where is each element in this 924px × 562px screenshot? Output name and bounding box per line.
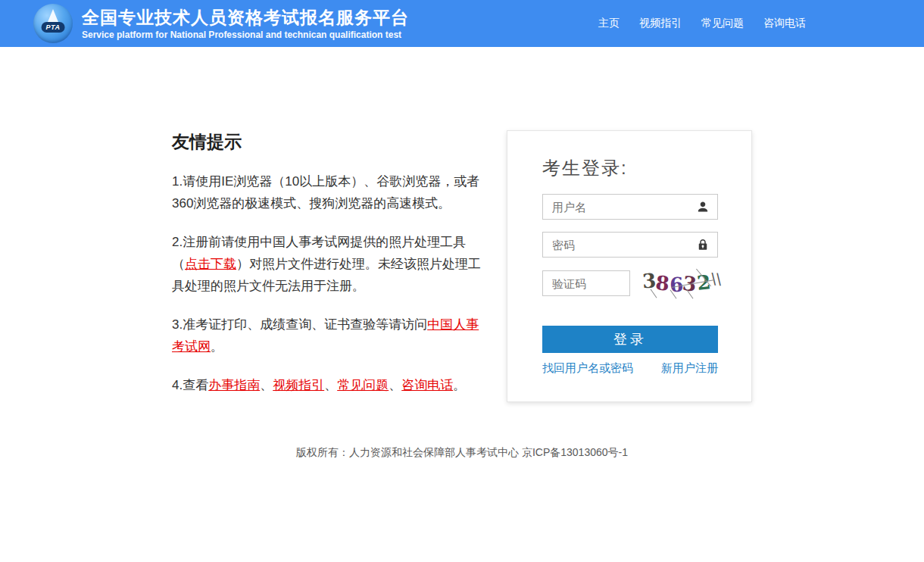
site-subtitle: Service platform for National Profession… xyxy=(82,30,409,40)
login-title: 考生登录: xyxy=(542,156,716,180)
password-input[interactable] xyxy=(542,232,718,258)
tip-text: 1.请使用IE浏览器（10以上版本）、谷歌浏览器，或者360浏览器的极速模式、搜… xyxy=(172,174,479,211)
forgot-password-link[interactable]: 找回用户名或密码 xyxy=(542,361,633,376)
nav-item-faq[interactable]: 常见问题 xyxy=(701,17,744,30)
tip-text: 、 xyxy=(260,378,273,392)
tip-text: 、 xyxy=(324,378,337,392)
nav-item-phone[interactable]: 咨询电话 xyxy=(763,17,806,30)
header-nav: 主页 视频指引 常见问题 咨询电话 xyxy=(598,17,891,30)
nav-item-video-guide[interactable]: 视频指引 xyxy=(639,17,682,30)
logo-badge-text: PTA xyxy=(42,22,65,33)
captcha-noise-slashes: \\ xyxy=(711,270,723,289)
pta-logo-icon: PTA xyxy=(33,4,73,43)
tip-text: 3.准考证打印、成绩查询、证书查验等请访问 xyxy=(172,317,427,332)
captcha-input[interactable] xyxy=(542,270,630,296)
tip-cpta-site: 3.准考证打印、成绩查询、证书查验等请访问中国人事考试网。 xyxy=(172,314,490,357)
video-guide-link[interactable]: 视频指引 xyxy=(273,378,324,392)
username-field-wrapper xyxy=(542,194,716,220)
login-button[interactable]: 登录 xyxy=(542,326,718,353)
tip-text: 。 xyxy=(453,378,466,392)
footer: 版权所有：人力资源和社会保障部人事考试中心 京ICP备13013060号-1 xyxy=(0,446,924,460)
username-input[interactable] xyxy=(542,194,718,220)
tip-photo-tool: 2.注册前请使用中国人事考试网提供的照片处理工具（点击下载）对照片文件进行处理。… xyxy=(172,231,490,297)
tips-section: 友情提示 1.请使用IE浏览器（10以上版本）、谷歌浏览器，或者360浏览器的极… xyxy=(172,130,490,413)
tip-text: 。 xyxy=(211,339,223,354)
header-titles: 全国专业技术人员资格考试报名服务平台 Service platform for … xyxy=(82,7,409,41)
lock-icon xyxy=(696,238,710,251)
tip-guides: 4.查看办事指南、视频指引、常见问题、咨询电话。 xyxy=(172,374,490,396)
site-title: 全国专业技术人员资格考试报名服务平台 xyxy=(82,7,409,29)
tip-text: 4.查看 xyxy=(172,378,208,392)
password-field-wrapper xyxy=(542,232,716,258)
login-links: 找回用户名或密码 新用户注册 xyxy=(542,361,718,376)
faq-link[interactable]: 常见问题 xyxy=(337,378,389,392)
tips-title: 友情提示 xyxy=(172,130,490,154)
register-link[interactable]: 新用户注册 xyxy=(661,361,718,376)
tip-text: 、 xyxy=(389,378,401,392)
tip-browser: 1.请使用IE浏览器（10以上版本）、谷歌浏览器，或者360浏览器的极速模式、搜… xyxy=(172,170,490,214)
copyright-text: 版权所有：人力资源和社会保障部人事考试中心 京ICP备13013060号-1 xyxy=(296,446,628,458)
captcha-row: 3 8 6 3 2 \\ xyxy=(542,270,716,297)
guide-link[interactable]: 办事指南 xyxy=(208,378,260,392)
user-icon xyxy=(696,200,710,214)
nav-item-home[interactable]: 主页 xyxy=(598,17,620,30)
main-content: 友情提示 1.请使用IE浏览器（10以上版本）、谷歌浏览器，或者360浏览器的极… xyxy=(172,47,752,413)
login-section: 考生登录: 3 xyxy=(507,130,752,413)
login-card: 考生登录: 3 xyxy=(507,130,752,402)
phone-link[interactable]: 咨询电话 xyxy=(401,378,453,392)
captcha-digit: 8 xyxy=(654,271,670,295)
header: PTA 全国专业技术人员资格考试报名服务平台 Service platform … xyxy=(0,0,924,47)
captcha-image[interactable]: 3 8 6 3 2 \\ xyxy=(642,270,718,297)
download-link[interactable]: 点击下载 xyxy=(185,257,236,271)
